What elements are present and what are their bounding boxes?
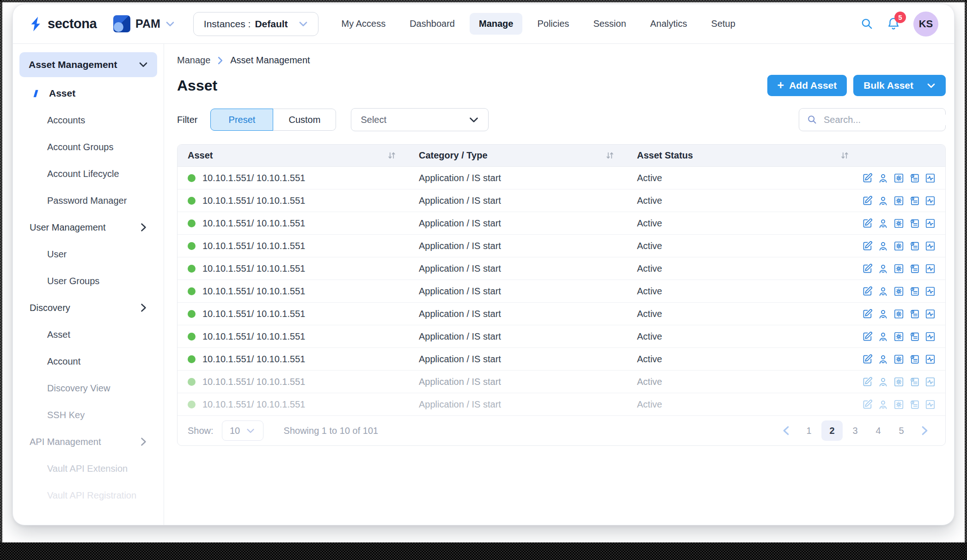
activity-icon[interactable] [924, 172, 936, 184]
sidebar-item-user-groups[interactable]: User Groups [13, 268, 164, 294]
audit-log-icon[interactable] [909, 353, 920, 365]
page-1[interactable]: 1 [798, 420, 820, 441]
sidebar-item-asset[interactable]: Asset [13, 321, 164, 348]
next-page-icon[interactable] [914, 420, 935, 441]
sidebar-item-discovery[interactable]: Discovery [13, 294, 164, 321]
breadcrumb-manage[interactable]: Manage [177, 55, 210, 66]
edit-icon[interactable] [862, 376, 873, 388]
sort-icon[interactable] [387, 151, 397, 160]
sidebar-item-accounts[interactable]: Accounts [13, 107, 164, 134]
sidebar-item-user[interactable]: User [13, 241, 164, 268]
table-row[interactable]: 10.10.1.551/ 10.10.1.551Application / IS… [177, 235, 945, 257]
audit-log-icon[interactable] [909, 286, 920, 297]
tab-custom[interactable]: Custom [273, 109, 336, 131]
page-3[interactable]: 3 [845, 420, 866, 441]
brand-logo[interactable]: sectona [29, 16, 97, 32]
account-icon[interactable] [877, 218, 889, 229]
table-row[interactable]: 10.10.1.551/ 10.10.1.551Application / IS… [177, 303, 945, 325]
sidebar-item-discovery-view[interactable]: Discovery View [13, 375, 164, 402]
table-row[interactable]: 10.10.1.551/ 10.10.1.551Application / IS… [177, 325, 945, 348]
settings-icon[interactable] [893, 308, 905, 320]
edit-icon[interactable] [862, 240, 873, 252]
product-switcher[interactable]: PAM [113, 15, 175, 32]
table-row[interactable]: 10.10.1.551/ 10.10.1.551Application / IS… [177, 371, 945, 393]
tab-preset[interactable]: Preset [210, 109, 273, 131]
sidebar-item-asset-management[interactable]: Asset Management [19, 52, 157, 77]
settings-icon[interactable] [893, 195, 905, 207]
sidebar-item-password-manager[interactable]: Password Manager [13, 187, 164, 214]
settings-icon[interactable] [893, 263, 905, 274]
activity-icon[interactable] [924, 353, 936, 365]
sidebar-item-asset[interactable]: Asset [13, 80, 164, 107]
sidebar-item-ssh-key[interactable]: SSH Key [13, 402, 164, 428]
account-icon[interactable] [877, 399, 889, 410]
page-size-select[interactable]: 10 [222, 420, 263, 441]
edit-icon[interactable] [862, 308, 873, 320]
nav-item-setup[interactable]: Setup [702, 13, 745, 35]
table-row[interactable]: 10.10.1.551/ 10.10.1.551Application / IS… [177, 393, 945, 416]
settings-icon[interactable] [893, 240, 905, 252]
activity-icon[interactable] [924, 240, 936, 252]
audit-log-icon[interactable] [909, 263, 920, 274]
activity-icon[interactable] [924, 218, 936, 229]
bulk-asset-button[interactable]: Bulk Asset [853, 75, 946, 96]
activity-icon[interactable] [924, 286, 936, 297]
sidebar-item-api-management[interactable]: API Management [13, 428, 164, 455]
audit-log-icon[interactable] [909, 218, 920, 229]
sidebar-item-vault-api-registration[interactable]: Vault API Registration [13, 482, 164, 509]
audit-log-icon[interactable] [909, 308, 920, 320]
sidebar-item-vault-api-extension[interactable]: Vault API Extension [13, 455, 164, 482]
table-row[interactable]: 10.10.1.551/ 10.10.1.551Application / IS… [177, 280, 945, 303]
page-2[interactable]: 2 [821, 420, 843, 441]
account-icon[interactable] [877, 376, 889, 388]
account-icon[interactable] [877, 240, 889, 252]
add-asset-button[interactable]: + Add Asset [767, 75, 847, 96]
audit-log-icon[interactable] [909, 376, 920, 388]
table-row[interactable]: 10.10.1.551/ 10.10.1.551Application / IS… [177, 348, 945, 371]
prev-page-icon[interactable] [775, 420, 796, 441]
table-row[interactable]: 10.10.1.551/ 10.10.1.551Application / IS… [177, 189, 945, 212]
notifications-button[interactable]: 5 [887, 17, 900, 31]
account-icon[interactable] [877, 308, 889, 320]
edit-icon[interactable] [862, 263, 873, 274]
activity-icon[interactable] [924, 331, 936, 342]
edit-icon[interactable] [862, 195, 873, 207]
activity-icon[interactable] [924, 376, 936, 388]
sort-icon[interactable] [605, 151, 615, 160]
sidebar-item-account-lifecycle[interactable]: Account Lifecycle [13, 160, 164, 187]
filter-select[interactable]: Select [351, 108, 489, 131]
settings-icon[interactable] [893, 376, 905, 388]
audit-log-icon[interactable] [909, 195, 920, 207]
instances-select[interactable]: Instances : Default [193, 12, 318, 36]
account-icon[interactable] [877, 263, 889, 274]
edit-icon[interactable] [862, 399, 873, 410]
sidebar-item-account[interactable]: Account [13, 348, 164, 375]
sidebar-item-user-management[interactable]: User Management [13, 214, 164, 241]
user-avatar[interactable]: KS [913, 12, 938, 37]
audit-log-icon[interactable] [909, 399, 920, 410]
page-5[interactable]: 5 [891, 420, 912, 441]
table-row[interactable]: 10.10.1.551/ 10.10.1.551Application / IS… [177, 212, 945, 235]
account-icon[interactable] [877, 195, 889, 207]
table-row[interactable]: 10.10.1.551/ 10.10.1.551Application / IS… [177, 167, 945, 189]
settings-icon[interactable] [893, 399, 905, 410]
search-input[interactable] [824, 115, 946, 125]
nav-item-my-access[interactable]: My Access [332, 13, 395, 35]
activity-icon[interactable] [924, 399, 936, 410]
nav-item-analytics[interactable]: Analytics [641, 13, 697, 35]
edit-icon[interactable] [862, 172, 873, 184]
activity-icon[interactable] [924, 195, 936, 207]
settings-icon[interactable] [893, 331, 905, 342]
edit-icon[interactable] [862, 218, 873, 229]
nav-item-dashboard[interactable]: Dashboard [400, 13, 464, 35]
account-icon[interactable] [877, 172, 889, 184]
sidebar-item-account-groups[interactable]: Account Groups [13, 134, 164, 160]
settings-icon[interactable] [893, 218, 905, 229]
activity-icon[interactable] [924, 263, 936, 274]
search-icon[interactable] [860, 17, 874, 30]
edit-icon[interactable] [862, 286, 873, 297]
settings-icon[interactable] [893, 353, 905, 365]
audit-log-icon[interactable] [909, 172, 920, 184]
activity-icon[interactable] [924, 308, 936, 320]
table-row[interactable]: 10.10.1.551/ 10.10.1.551Application / IS… [177, 257, 945, 280]
